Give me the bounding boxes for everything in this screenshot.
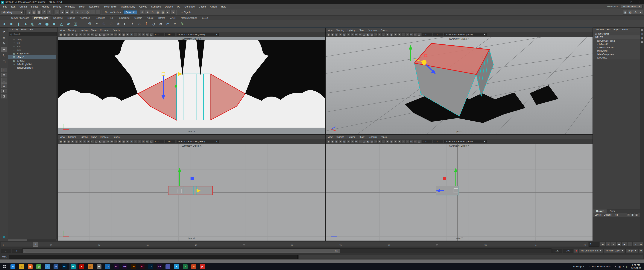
- status-group-separator[interactable]: [53, 10, 54, 15]
- ipr-render-icon[interactable]: ◐: [165, 10, 170, 15]
- menu-set-dropdown[interactable]: Modeling▾: [1, 10, 24, 15]
- status-group-separator[interactable]: [138, 10, 139, 15]
- output-connections-icon[interactable]: ⊠: [145, 10, 150, 15]
- exposure-field[interactable]: 0.00: [154, 33, 164, 36]
- lasso-tool[interactable]: ∪: [1, 35, 7, 40]
- camera-attributes-icon[interactable]: ▤: [335, 140, 338, 143]
- wireframe-mode-icon[interactable]: ◇: [382, 33, 386, 36]
- panel-menu-item[interactable]: Show: [357, 136, 366, 138]
- resolution-gate-icon[interactable]: ◫: [94, 140, 98, 143]
- new-scene-icon[interactable]: ▯: [27, 10, 32, 15]
- shadows-icon[interactable]: ◑: [398, 33, 401, 36]
- polygon-torus-icon[interactable]: ◎: [30, 21, 36, 27]
- textured-mode-icon[interactable]: ▩: [390, 140, 393, 143]
- color-space-dropdown[interactable]: ACES 1.0 SDR-video (sRGB)▾: [444, 33, 486, 36]
- outliner-item-top[interactable]: ▱ top: [8, 41, 58, 45]
- paint-select-tool[interactable]: ✎: [1, 41, 7, 46]
- depth-of-field-icon[interactable]: ◎: [413, 33, 417, 36]
- camera-attributes-icon[interactable]: ▤: [67, 33, 70, 36]
- shelf-tab[interactable]: FX: [108, 16, 115, 20]
- bookmarks-icon[interactable]: ▲: [339, 33, 342, 36]
- layer-menu-item[interactable]: Layers: [595, 214, 602, 216]
- menu-item[interactable]: Select: [29, 5, 40, 8]
- viewport-canvas-front-zoom[interactable]: Symmetry: Object X front -Z: [58, 37, 325, 134]
- layout-outliner-persp-button[interactable]: ◨: [1, 94, 7, 98]
- textured-mode-icon[interactable]: ▩: [122, 140, 126, 143]
- image-plane-icon[interactable]: ▨: [342, 140, 346, 143]
- select-camera-icon[interactable]: ▦: [327, 140, 330, 143]
- taskbar-app-outlook[interactable]: O: [103, 263, 112, 270]
- menu-item[interactable]: Cache: [197, 5, 208, 8]
- symmetry-dropdown[interactable]: Object X: [123, 10, 137, 15]
- select-camera-icon[interactable]: ▦: [59, 33, 62, 36]
- outliner-item-pcube1[interactable]: ▧ pCube1: [8, 55, 58, 59]
- input-node[interactable]: polyExtrudeFace2: [593, 39, 640, 43]
- input-node[interactable]: polyTweak2: [593, 43, 640, 46]
- panel-menu-item[interactable]: View: [58, 29, 66, 32]
- screen-space-ao-icon[interactable]: ◒: [134, 33, 137, 36]
- sidebar-attribute-editor-toggle-icon[interactable]: ◧: [628, 10, 633, 15]
- bookmarks-icon[interactable]: ▲: [339, 140, 342, 143]
- polygon-pipe-icon[interactable]: ◫: [72, 21, 79, 27]
- make-live-icon[interactable]: ⌂: [95, 10, 100, 15]
- menu-item[interactable]: Display: [51, 5, 63, 8]
- gate-mask-icon[interactable]: ◧: [98, 33, 102, 36]
- move-tool[interactable]: ✛: [1, 47, 7, 52]
- lock-camera-icon[interactable]: ◉: [63, 140, 66, 143]
- 2d-pan-zoom-icon[interactable]: ⌖: [79, 140, 82, 143]
- shadows-icon[interactable]: ◑: [130, 33, 133, 36]
- status-group-separator[interactable]: [176, 10, 177, 15]
- panel-menu-item[interactable]: Show: [89, 29, 98, 32]
- shelf-tab[interactable]: Sculpting: [51, 16, 65, 20]
- taskbar-app-premiere[interactable]: Pr: [112, 263, 120, 270]
- range-bar[interactable]: 1 120: [23, 249, 340, 253]
- layer-menu-item[interactable]: Help: [614, 214, 618, 216]
- platonic-solid-icon[interactable]: ◆: [51, 21, 57, 27]
- taskbar-app-acrobat[interactable]: A: [78, 263, 86, 270]
- polygon-disc-icon[interactable]: ◉: [44, 21, 50, 27]
- shelf-tab[interactable]: Curves / Surfaces: [9, 16, 31, 20]
- camera-attributes-icon[interactable]: ▤: [335, 33, 338, 36]
- menu-item[interactable]: Create: [18, 5, 29, 8]
- maximize-button[interactable]: □: [628, 1, 635, 3]
- tab-anim[interactable]: Anim: [606, 209, 618, 213]
- tray-battery-icon[interactable]: ▯: [626, 265, 628, 268]
- menu-item[interactable]: Mesh: [77, 5, 87, 8]
- use-all-lights-icon[interactable]: ☀: [126, 33, 129, 36]
- play-backwards-button[interactable]: ◀: [616, 242, 622, 246]
- gate-mask-icon[interactable]: ◧: [98, 140, 102, 143]
- menu-item[interactable]: Generate: [182, 5, 197, 8]
- wireframe-mode-icon[interactable]: ◇: [114, 140, 118, 143]
- taskbar-app-word[interactable]: W: [52, 263, 60, 270]
- safe-action-icon[interactable]: ⊡: [374, 140, 378, 143]
- gamma-field[interactable]: 1.00: [165, 33, 176, 36]
- select-camera-icon[interactable]: ▦: [59, 140, 62, 143]
- panel-menu-item[interactable]: Shading: [66, 29, 78, 32]
- taskbar-app-file-explorer[interactable]: ▤: [17, 263, 26, 270]
- select-camera-icon[interactable]: ▦: [327, 33, 330, 36]
- save-scene-icon[interactable]: ▦: [37, 10, 42, 15]
- scale-tool[interactable]: ◱: [1, 59, 7, 64]
- select-tool[interactable]: ➤: [1, 29, 7, 34]
- animation-start-field[interactable]: [1, 249, 11, 253]
- multi-cut-icon[interactable]: ✂: [165, 21, 171, 27]
- motion-blur-icon[interactable]: ≈: [138, 33, 141, 36]
- color-space-dropdown[interactable]: ACES 1.0 SDR-video (sRGB)▾: [176, 33, 219, 36]
- bevel-icon[interactable]: ◇: [150, 21, 157, 27]
- grid-toggle-icon[interactable]: ⊞: [86, 33, 90, 36]
- textured-mode-icon[interactable]: ▩: [390, 33, 393, 36]
- viewport-canvas-persp[interactable]: Symmetry: Object X persp: [326, 37, 593, 134]
- undo-icon[interactable]: ↶: [42, 10, 46, 15]
- panel-menu-item[interactable]: Renderer: [98, 29, 111, 32]
- shelf-tab[interactable]: Custom: [132, 16, 144, 20]
- image-plane-icon[interactable]: ▨: [342, 33, 346, 36]
- gamma-field[interactable]: 1.00: [165, 140, 176, 143]
- weather-widget[interactable]: ☁ 35°C Rain showers: [586, 265, 613, 268]
- grid-toggle-icon[interactable]: ⊞: [354, 140, 358, 143]
- attribute-editor-tab-icon[interactable]: ▥: [641, 33, 643, 35]
- boolean-intersection-icon[interactable]: ⊗: [115, 21, 121, 27]
- outliner-item-defaultobjectset[interactable]: ○ defaultObjectSet: [8, 66, 58, 70]
- input-node[interactable]: polyExtrudeFace1: [593, 46, 640, 49]
- taskbar-clock[interactable]: 6:52 PM 02-Aug-23: [630, 264, 643, 269]
- channel-box-menu-item[interactable]: Object: [613, 28, 620, 31]
